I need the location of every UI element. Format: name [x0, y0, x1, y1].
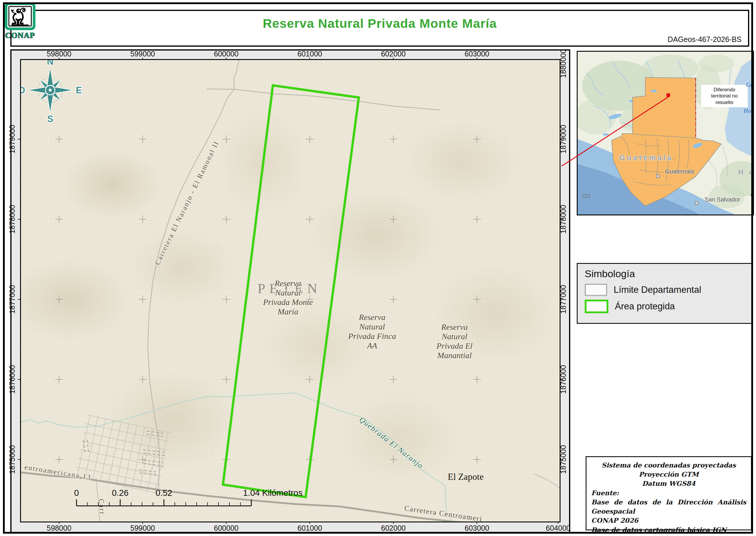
legend-label: Límite Departamental: [614, 285, 701, 295]
info-line-0: Sistema de coordenadas proyectadas: [591, 461, 746, 470]
info-line-3: Fuente:: [591, 488, 746, 498]
conap-logo-text: CONAP: [2, 31, 38, 40]
map-sheet: Reserva Natural Privada Monte María DAGe…: [0, 0, 756, 536]
track-dash: [87, 440, 89, 453]
map-label-reserva-monte-maria: María: [277, 307, 298, 316]
compass-letter-o: O: [20, 85, 25, 95]
compass-letter-n: N: [47, 59, 53, 67]
map-label-reserva-el-manantial: Natural: [441, 332, 467, 341]
inset-label-city-san-salvador: San Salvador: [705, 196, 740, 203]
road-road-east: [535, 474, 560, 489]
compass-letter-e: E: [76, 85, 82, 95]
inset-locator-map: Diferendo territorial no resuelto Guatem…: [577, 51, 754, 216]
map-label-reserva-monte-maria: Reserva: [274, 279, 301, 288]
inset-city-dot: [751, 193, 753, 197]
main-map: PETENReservaNaturalPrivada MonteMaríaRes…: [20, 59, 560, 522]
map-label-carr-vertical-label: Carr: [97, 498, 106, 515]
grid-cross: [390, 216, 397, 223]
inset-canvas: [578, 52, 753, 215]
map-label-el-zapote: El Zapote: [448, 472, 484, 482]
map-label-centroamericana-13-label: entroamericana 13: [24, 463, 92, 481]
info-line-5: CONAP 2026: [591, 516, 746, 525]
info-box: Sistema de coordenadas proyectadasProyec…: [585, 456, 752, 530]
stream-quebrada-el-naranjo: [20, 393, 453, 522]
track-dash: [143, 450, 165, 452]
grid-cross: [139, 135, 146, 143]
grid-cross: [390, 295, 397, 303]
grid-cross: [139, 376, 146, 383]
map-label-reserva-monte-maria: Natural: [275, 288, 300, 297]
map-label-quebrada-label: Quebrada El Naranjo: [358, 415, 425, 470]
road-carretera-el-naranjo: [148, 59, 239, 490]
grid-cross: [139, 295, 146, 303]
grid-cross: [55, 376, 63, 383]
grid-cross: [306, 376, 314, 383]
inset-vegetation: [699, 55, 734, 72]
grid-cross: [473, 376, 481, 383]
info-line-1: Proyección GTM: [591, 470, 746, 479]
legend-title: Simbología: [585, 268, 744, 280]
map-label-reserva-finca-aa: AA: [366, 341, 377, 350]
territorial-dispute-note: Diferendo territorial no resuelto: [701, 85, 748, 107]
map-label-reserva-el-manantial: Reserva: [441, 322, 468, 331]
legend-item-departmental: Límite Departamental: [585, 284, 744, 296]
grid-cross: [222, 135, 230, 143]
scale-bar-label: 0: [74, 488, 79, 498]
map-label-reserva-finca-aa: Natural: [359, 322, 385, 331]
grid-cross: [306, 216, 314, 223]
inset-label-city-guatemala: Guatemala: [665, 168, 694, 175]
grid-cross: [55, 135, 63, 143]
grid-cross: [473, 295, 481, 303]
map-label-reserva-el-manantial: Privada El: [436, 341, 472, 351]
legend: Simbología Límite Departamental Área pro…: [577, 263, 752, 324]
scale-bar-label: 0.26: [112, 488, 128, 498]
grid-cross: [222, 376, 230, 383]
info-line-2: Datum WGS84: [591, 479, 746, 488]
compass-rose-icon: NESO: [20, 59, 82, 124]
inset-lake: [650, 90, 657, 92]
map-label-reserva-finca-aa: Reserva: [359, 313, 385, 322]
legend-label: Área protegida: [615, 301, 675, 312]
inset-lake: [603, 133, 609, 136]
conap-logo: CONAP: [2, 2, 38, 40]
document-id: DAGeos-467-2026-BS: [668, 35, 741, 44]
inset-label-country-honduras: H o: [738, 168, 754, 176]
grid-cross: [55, 295, 63, 303]
grid-cross: [55, 455, 63, 463]
compass-letter-s: S: [47, 114, 53, 124]
track-dash: [147, 434, 165, 437]
grid-cross: [390, 376, 397, 383]
grid-cross: [55, 216, 63, 223]
grid-cross: [390, 455, 397, 463]
info-line-4: Base de datos de la Dirección Análisis G…: [591, 498, 746, 516]
grid-cross: [139, 216, 146, 223]
info-line-6: Base de datos cartografía básica IGN 201…: [591, 525, 746, 536]
grid-cross: [222, 295, 230, 303]
scale-bar-label: 0.52: [156, 488, 172, 498]
page-title: Reserva Natural Privada Monte María: [12, 16, 748, 31]
inset-label-water-gu: Gu: [746, 82, 754, 88]
map-label-reserva-finca-aa: Privada Finca: [348, 331, 396, 341]
legend-item-protected-area: Área protegida: [585, 300, 744, 313]
grid-cross: [306, 135, 314, 143]
map-label-reserva-monte-maria: Privada Monte: [263, 298, 313, 307]
grid-cross: [473, 216, 481, 223]
inset-label-country-guatemala: Guatemala: [619, 153, 673, 162]
track-dash: [147, 431, 165, 433]
map-label-reserva-el-manantial: Manantial: [437, 351, 472, 360]
inset-city-dot: [656, 175, 660, 178]
map-label-carretera-naranjo-label: Carretera El Naranjo - El Ramonal II: [153, 140, 220, 266]
inset-label-water-hond: Hond: [743, 108, 754, 114]
protected-area-swatch: [585, 300, 608, 313]
inset-label-depth-721: 721: [581, 193, 591, 199]
grid-cross: [222, 216, 230, 223]
grid-cross: [473, 135, 481, 143]
inset-city-dot: [695, 202, 698, 205]
header: Reserva Natural Privada Monte María DAGe…: [10, 10, 749, 47]
scale-bar-label: 1.04 Kilómetros: [243, 488, 303, 498]
grid-cross: [390, 135, 397, 143]
map-canvas: PETENReservaNaturalPrivada MonteMaríaRes…: [20, 59, 560, 522]
departmental-boundary-swatch: [585, 284, 607, 296]
monkey-icon: [5, 2, 35, 30]
grid-cross: [473, 455, 481, 463]
